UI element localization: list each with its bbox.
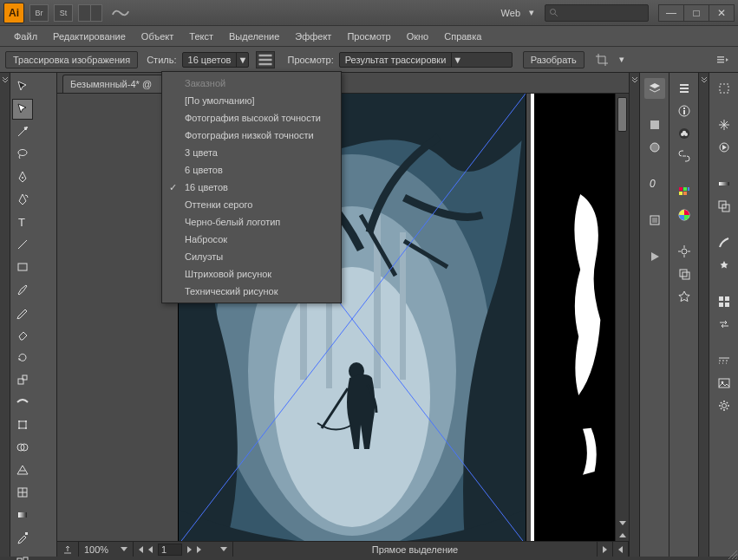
image-trace-button[interactable]: Трассировка изображения <box>5 51 138 68</box>
image-mini-icon[interactable] <box>714 373 735 394</box>
export-icon[interactable] <box>57 542 79 557</box>
cc-cloud-icon[interactable] <box>674 123 695 144</box>
gradient-bar-icon[interactable] <box>714 173 735 194</box>
type-zero-icon[interactable]: 0 <box>644 173 665 194</box>
arrange-documents-icon[interactable] <box>78 4 102 22</box>
mesh-tool[interactable] <box>12 482 33 503</box>
dropdown-item[interactable]: Черно-белый логотип <box>162 213 341 231</box>
swatches-round-icon[interactable] <box>644 137 665 158</box>
next-artboard-icon[interactable] <box>187 546 192 553</box>
info-icon[interactable] <box>674 101 695 121</box>
gpu-preview-icon[interactable] <box>111 5 130 21</box>
palette-icon[interactable] <box>674 182 695 203</box>
artboard-list-icon[interactable] <box>220 547 227 551</box>
menu-select[interactable]: Выделение <box>222 29 286 44</box>
type-tool[interactable]: T <box>12 212 33 232</box>
menu-window[interactable]: Окно <box>400 29 436 44</box>
rectangle-tool[interactable] <box>12 257 33 277</box>
bridge-icon[interactable]: Br <box>29 4 49 22</box>
canvas[interactable]: Прямое выделение <box>57 94 629 557</box>
dropdown-item[interactable]: Набросок <box>162 231 341 248</box>
hscroll-right-icon[interactable] <box>613 542 629 557</box>
pencil-tool[interactable] <box>12 302 33 322</box>
free-transform-tool[interactable] <box>12 414 33 435</box>
toolbox-collapse-strip[interactable] <box>0 73 10 557</box>
panel-collapse-strip-2[interactable] <box>698 73 709 557</box>
layers-icon[interactable] <box>644 78 665 99</box>
zoom-field[interactable] <box>79 542 134 557</box>
trace-panel-button[interactable] <box>256 51 275 68</box>
gradient-tool[interactable] <box>12 505 33 525</box>
bounding-icon[interactable] <box>714 78 735 99</box>
selection-tool[interactable] <box>12 76 33 97</box>
last-artboard-icon[interactable] <box>197 546 201 553</box>
dropdown-item[interactable]: Технический рисунок <box>162 283 341 300</box>
paintbrush-tool[interactable] <box>12 279 33 300</box>
artboard-number-field[interactable] <box>158 544 182 556</box>
pathfinder-icon[interactable] <box>714 196 735 217</box>
direct-selection-tool[interactable] <box>12 99 33 120</box>
menu-view[interactable]: Просмотр <box>340 29 397 44</box>
trace-preset-dropdown[interactable]: Заказной [По умолчанию] Фотография высок… <box>161 71 342 303</box>
dropdown-item[interactable]: Силуэты <box>162 248 341 265</box>
width-tool[interactable] <box>12 392 33 413</box>
menu-file[interactable]: Файл <box>7 29 44 44</box>
dropdown-item[interactable]: Оттенки серого <box>162 196 341 213</box>
style-dropdown[interactable]: 16 цветов ▼ <box>182 52 250 68</box>
appearance-icon[interactable] <box>644 210 665 231</box>
panel-collapse-strip-1[interactable] <box>629 73 639 557</box>
swap-arrows-icon[interactable] <box>714 314 735 335</box>
perspective-tool[interactable] <box>12 459 33 480</box>
gear-mini-icon[interactable] <box>714 395 735 416</box>
pen-tool[interactable] <box>12 166 33 187</box>
link-icon[interactable] <box>674 146 695 166</box>
grid-icon[interactable] <box>714 291 735 312</box>
magic-wand-tool[interactable] <box>12 121 33 142</box>
brush-mini-icon[interactable] <box>714 232 735 253</box>
lines-icon[interactable] <box>674 78 695 99</box>
menu-text[interactable]: Текст <box>182 29 220 44</box>
scale-tool[interactable] <box>12 369 33 390</box>
scroll-down-icon[interactable] <box>616 517 629 529</box>
minimize-button[interactable]: — <box>658 4 684 22</box>
line-tool[interactable] <box>12 234 33 255</box>
dropdown-item[interactable]: Фотография низкой точности <box>162 127 341 144</box>
menu-effect[interactable]: Эффект <box>288 29 338 44</box>
expand-button[interactable]: Разобрать <box>523 51 585 68</box>
close-button[interactable]: ✕ <box>709 4 735 22</box>
stroke-dash-icon[interactable] <box>714 350 735 371</box>
scroll-up-icon[interactable] <box>616 529 629 541</box>
eraser-tool[interactable] <box>12 324 33 345</box>
transform-icon[interactable] <box>674 264 695 284</box>
menu-edit[interactable]: Редактирование <box>46 29 133 44</box>
crop-icon[interactable] <box>591 49 612 70</box>
dropdown-item[interactable]: ✓16 цветов <box>162 179 341 196</box>
color-wheel-icon[interactable] <box>674 205 695 225</box>
hscroll-left-icon[interactable] <box>598 542 613 557</box>
document-profile-dropdown[interactable]: Web ▾ <box>494 7 536 18</box>
menu-help[interactable]: Справка <box>437 29 488 44</box>
actions-icon[interactable] <box>714 137 735 158</box>
menu-object[interactable]: Объект <box>134 29 180 44</box>
dropdown-item[interactable]: [По умолчанию] <box>162 92 341 109</box>
search-input[interactable] <box>545 4 649 22</box>
maximize-button[interactable]: □ <box>683 4 709 22</box>
sparkle-icon[interactable] <box>714 114 735 135</box>
blend-tool[interactable] <box>12 550 33 560</box>
star-small-icon[interactable] <box>714 255 735 276</box>
scrollbar-thumb[interactable] <box>617 97 627 132</box>
dropdown-item[interactable]: Фотография высокой точности <box>162 109 341 127</box>
gear-bolt-icon[interactable] <box>674 241 695 262</box>
rotate-tool[interactable] <box>12 347 33 368</box>
curvature-tool[interactable] <box>12 189 33 210</box>
eyedropper-tool[interactable] <box>12 527 33 548</box>
artboard-nav[interactable] <box>134 542 233 557</box>
resize-grip-icon[interactable] <box>726 548 738 560</box>
dropdown-item[interactable]: 6 цветов <box>162 161 341 179</box>
dropdown-item[interactable]: 3 цвета <box>162 144 341 161</box>
vertical-scrollbar[interactable] <box>615 94 629 541</box>
symbols-icon[interactable] <box>674 286 695 307</box>
prev-artboard-icon[interactable] <box>148 546 153 553</box>
lasso-tool[interactable] <box>12 144 33 165</box>
view-dropdown[interactable]: Результат трассировки ▼ <box>339 52 513 68</box>
